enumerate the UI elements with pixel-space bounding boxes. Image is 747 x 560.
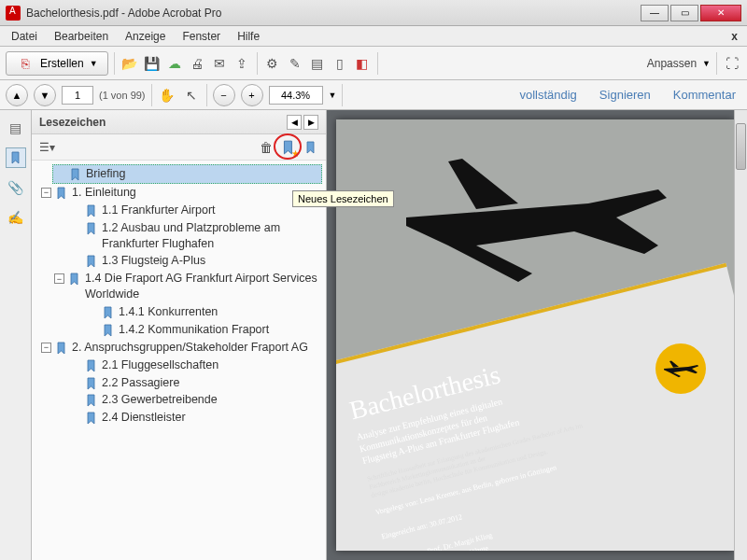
prev-page-button[interactable]: ▲ [6, 84, 28, 106]
tooltip: Neues Lesezeichen [292, 190, 394, 207]
maximize-button[interactable]: ▭ [670, 5, 698, 21]
panel-next-icon[interactable]: ▶ [303, 115, 318, 130]
airplane-silhouette-icon [392, 147, 672, 290]
window-title: Bachelorthesis.pdf - Adobe Acrobat Pro [26, 7, 641, 20]
bookmark-item[interactable]: −1.4 Die Fraport AG Frankfurt Airport Se… [52, 270, 322, 303]
vollstaendig-button[interactable]: vollständig [514, 84, 582, 105]
form-icon[interactable]: ▤ [308, 54, 327, 73]
bookmark-label: 1.2 Ausbau und Platzprobleme am Frankfur… [102, 220, 320, 252]
collapse-icon[interactable]: − [41, 343, 51, 353]
customize-button[interactable]: Anpassen [647, 57, 697, 70]
bookmark-label: Briefing [86, 166, 125, 182]
bookmark-item[interactable]: 2.3 Gewerbetreibende [69, 391, 322, 409]
signatures-tab-icon[interactable]: ✍ [6, 207, 26, 228]
bookmark-item[interactable]: 1.3 Flugsteig A-Plus [69, 252, 322, 270]
bookmark-label: 1. Einleitung [72, 185, 136, 201]
scroll-thumb[interactable] [736, 123, 746, 170]
menubar-close-icon[interactable]: x [726, 30, 743, 43]
nav-toolbar: ▲ ▼ (1 von 99) ✋ ↖ − + ▼ vollständig Sig… [0, 80, 747, 110]
titlebar: Bachelorthesis.pdf - Adobe Acrobat Pro —… [0, 0, 747, 26]
bookmark-label: 1.3 Flugsteig A-Plus [102, 253, 205, 269]
bookmark-item[interactable]: 2.4 Dienstleister [69, 409, 322, 427]
bookmarks-tab-icon[interactable] [6, 147, 26, 168]
bookmark-label: 1.4.1 Konkurrenten [119, 304, 218, 320]
bookmark-label: 2.4 Dienstleister [102, 410, 186, 426]
panel-prev-icon[interactable]: ◀ [287, 115, 302, 130]
bookmark-item[interactable]: 2.2 Passagiere [69, 374, 322, 392]
bookmark-item[interactable]: 2.1 Fluggesellschaften [69, 357, 322, 374]
create-button[interactable]: ⎘ Erstellen ▼ [6, 51, 108, 76]
dropdown-icon: ▼ [329, 91, 337, 100]
open-icon[interactable]: 📂 [120, 54, 139, 73]
page-number-input[interactable] [62, 86, 93, 105]
bookmark-label: 2.1 Fluggesellschaften [102, 357, 218, 373]
cloud-icon[interactable]: ☁ [165, 54, 184, 73]
menu-hilfe[interactable]: Hilfe [230, 28, 267, 45]
bookmark-label: 2.3 Gewerbetreibende [102, 392, 218, 408]
side-panel-tabs: ▤ 📎 ✍ [0, 110, 32, 560]
create-label: Erstellen [40, 57, 84, 70]
zoom-in-button[interactable]: + [241, 84, 263, 106]
attachments-tab-icon[interactable]: 📎 [6, 177, 26, 198]
minimize-button[interactable]: — [641, 5, 669, 21]
zoom-out-button[interactable]: − [213, 84, 235, 106]
kommentar-button[interactable]: Kommentar [668, 84, 741, 105]
bookmark-item[interactable]: −2. Anspruchsgruppen/Stakeholder Fraport… [39, 339, 322, 357]
bookmark-item[interactable]: Briefing [52, 164, 322, 184]
bookmark-label: 1.4 Die Fraport AG Frankfurt Airport Ser… [85, 271, 320, 302]
bookmark-expand-icon[interactable] [302, 138, 320, 157]
menu-anzeige[interactable]: Anzeige [118, 28, 173, 45]
gear-icon[interactable]: ⚙ [263, 54, 282, 73]
bookmark-item[interactable]: 1.1 Frankfurter Airport [69, 202, 322, 219]
new-bookmark-icon[interactable]: ★ [279, 138, 298, 157]
main-toolbar: ⎘ Erstellen ▼ 📂 💾 ☁ 🖨 ✉ ⇪ ⚙ ✎ ▤ ▯ ◧ Anpa… [0, 47, 747, 80]
select-tool-icon[interactable]: ↖ [182, 86, 201, 105]
bookmarks-panel: Lesezeichen ◀ ▶ ☰▾ 🗑 ★ Briefing −1. Einl… [32, 110, 327, 560]
bookmarks-tree: Briefing −1. Einleitung 1.1 Frankfurter … [32, 161, 326, 560]
fullscreen-icon[interactable]: ⛶ [723, 54, 741, 73]
collapse-icon[interactable]: − [54, 273, 64, 284]
menu-fenster[interactable]: Fenster [175, 28, 228, 45]
delete-bookmark-icon[interactable]: 🗑 [257, 138, 275, 157]
create-icon: ⎘ [16, 54, 35, 73]
page-icon[interactable]: ▯ [331, 54, 349, 73]
share-icon[interactable]: ⇪ [233, 54, 251, 73]
signieren-button[interactable]: Signieren [594, 84, 656, 105]
vertical-scrollbar[interactable] [734, 110, 747, 560]
page-count-label: (1 von 99) [99, 90, 146, 101]
bookmark-item[interactable]: −1. Einleitung [39, 184, 322, 202]
bookmark-item[interactable]: 1.2 Ausbau und Platzprobleme am Frankfur… [69, 219, 322, 253]
bookmark-label: 2.2 Passagiere [102, 375, 179, 391]
bookmark-label: 1.4.2 Kommunikation Fraport [119, 322, 269, 338]
bookmark-options-icon[interactable]: ☰▾ [37, 138, 56, 157]
edit-text-icon[interactable]: ✎ [286, 54, 304, 73]
save-icon[interactable]: 💾 [143, 54, 162, 73]
bookmark-item[interactable]: 1.4.1 Konkurrenten [86, 303, 322, 321]
next-page-button[interactable]: ▼ [34, 84, 56, 106]
menu-bearbeiten[interactable]: Bearbeiten [47, 28, 116, 45]
bookmarks-toolbar: ☰▾ 🗑 ★ [32, 134, 326, 161]
document-page: Bachelorthesis Analyse zur Empfehlung ei… [336, 119, 734, 551]
mail-icon[interactable]: ✉ [210, 54, 229, 73]
hand-tool-icon[interactable]: ✋ [158, 86, 176, 105]
menu-datei[interactable]: Datei [4, 28, 45, 45]
bookmark-label: 1.1 Frankfurter Airport [102, 203, 216, 218]
dropdown-icon: ▼ [90, 59, 98, 68]
bookmarks-panel-title: Lesezeichen [39, 116, 285, 129]
menubar: Datei Bearbeiten Anzeige Fenster Hilfe x [0, 26, 747, 47]
multimedia-icon[interactable]: ◧ [353, 54, 372, 73]
thumbnails-tab-icon[interactable]: ▤ [6, 118, 26, 138]
close-button[interactable]: ✕ [700, 5, 741, 21]
dropdown-icon: ▼ [702, 59, 711, 68]
bookmark-item[interactable]: 1.4.2 Kommunikation Fraport [86, 321, 322, 339]
bookmark-label: 2. Anspruchsgruppen/Stakeholder Fraport … [72, 340, 308, 356]
app-icon [6, 6, 21, 21]
collapse-icon[interactable]: − [41, 188, 51, 198]
zoom-input[interactable] [269, 86, 323, 105]
document-viewport[interactable]: Bachelorthesis Analyse zur Empfehlung ei… [327, 110, 747, 560]
print-icon[interactable]: 🖨 [188, 54, 206, 73]
